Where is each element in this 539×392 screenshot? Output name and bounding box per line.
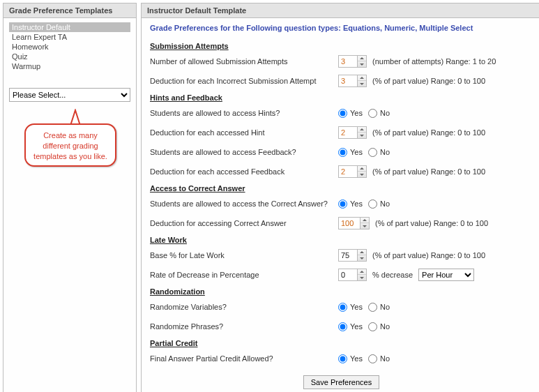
settings-subtitle: Grade Preferences for the Following ques… [150,24,533,32]
partial-final-no[interactable]: No [368,354,390,363]
random-phrases-yes[interactable]: Yes [338,322,363,331]
random-phrases-no[interactable]: No [368,322,390,331]
attempts-spinner[interactable] [357,56,366,67]
attempts-label: Number of allowed Submission Attempts [150,57,338,66]
hints-deduction-input[interactable] [339,127,357,138]
feedback-access-label: Students are allowed to access Feedback? [150,148,338,156]
late-rate-label: Rate of Decrease in Percentage [150,271,338,279]
settings-panel: Instructor Default Template Grade Prefer… [141,3,539,392]
template-item-learn-expert-ta[interactable]: Learn Expert TA [9,32,130,42]
template-list: Instructor Default Learn Expert TA Homew… [9,22,130,71]
answer-deduction-label: Deduction for accessing Correct Answer [150,219,338,227]
section-header-submission: Submission Attempts [150,42,533,50]
save-preferences-button[interactable]: Save Preferences [303,375,379,389]
late-rate-spinner[interactable] [357,269,366,280]
feedback-deduction-spinner[interactable] [357,166,366,177]
feedback-deduction-input[interactable] [339,166,357,177]
submission-deduction-suffix: (% of part value) Range: 0 to 100 [372,77,485,85]
submission-deduction-spinner[interactable] [357,75,366,86]
random-phrases-label: Randomize Phrases? [150,322,338,331]
hints-deduction-spinner[interactable] [357,127,366,138]
settings-panel-title: Instructor Default Template [142,3,539,18]
section-header-partial: Partial Credit [150,339,533,347]
template-item-quiz[interactable]: Quiz [9,52,130,61]
late-rate-input[interactable] [339,269,357,280]
feedback-access-yes[interactable]: Yes [338,148,363,157]
answer-deduction-input[interactable] [339,218,360,229]
answer-access-yes[interactable]: Yes [338,199,363,209]
random-vars-label: Randomize Variables? [150,303,338,311]
late-base-input[interactable] [339,250,357,261]
section-header-late: Late Work [150,236,533,244]
templates-panel: Grade Preference Templates Instructor De… [3,3,137,392]
answer-access-no[interactable]: No [368,199,390,209]
submission-deduction-input[interactable] [339,75,357,86]
feedback-deduction-suffix: (% of part value) Range: 0 to 100 [372,167,485,176]
hints-access-yes[interactable]: Yes [338,109,363,118]
section-header-hints: Hints and Feedback [150,93,533,102]
attempts-input[interactable] [339,56,357,67]
answer-access-label: Students are allowed to access the Corre… [150,199,338,208]
templates-panel-title: Grade Preference Templates [3,3,136,18]
hints-deduction-suffix: (% of part value) Range: 0 to 100 [372,128,485,137]
template-item-instructor-default[interactable]: Instructor Default [9,22,130,32]
attempts-suffix: (number of attempts) Range: 1 to 20 [372,57,496,66]
template-item-homework[interactable]: Homework [9,42,130,52]
callout-bubble: Create as many different grading templat… [24,123,116,167]
create-template-select[interactable]: Please Select... [9,88,130,102]
answer-deduction-spinner[interactable] [360,218,369,229]
section-header-answer: Access to Correct Answer [150,184,533,193]
submission-deduction-label: Deduction for each Incorrect Submission … [150,77,338,85]
hints-deduction-label: Deduction for each accessed Hint [150,128,338,137]
hints-access-no[interactable]: No [368,109,390,118]
random-vars-no[interactable]: No [368,303,390,312]
partial-final-label: Final Answer Partial Credit Allowed? [150,354,338,363]
late-rate-unit-select[interactable]: Per Hour [418,269,474,281]
template-item-warmup[interactable]: Warmup [9,61,130,71]
random-vars-yes[interactable]: Yes [338,303,363,312]
feedback-deduction-label: Deduction for each accessed Feedback [150,167,338,176]
hints-access-label: Students are allowed to access Hints? [150,109,338,117]
late-base-suffix: (% of part value) Range: 0 to 100 [372,251,485,259]
partial-final-yes[interactable]: Yes [338,354,363,363]
feedback-access-no[interactable]: No [368,148,390,157]
late-rate-mid: % decrease [372,271,413,279]
late-base-spinner[interactable] [357,250,366,261]
answer-deduction-suffix: (% of part value) Range: 0 to 100 [375,219,488,227]
section-header-random: Randomization [150,287,533,296]
late-base-label: Base % for Late Work [150,251,338,259]
